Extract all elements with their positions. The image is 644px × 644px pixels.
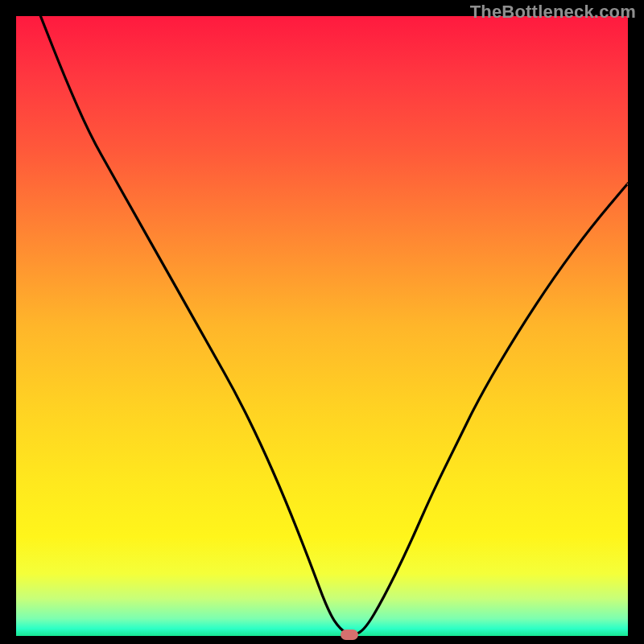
- bottleneck-plot: [16, 16, 628, 636]
- current-config-marker: [341, 630, 358, 640]
- gradient-background: [16, 16, 628, 636]
- watermark-label: TheBottleneck.com: [470, 2, 636, 23]
- chart-frame: TheBottleneck.com: [0, 0, 644, 644]
